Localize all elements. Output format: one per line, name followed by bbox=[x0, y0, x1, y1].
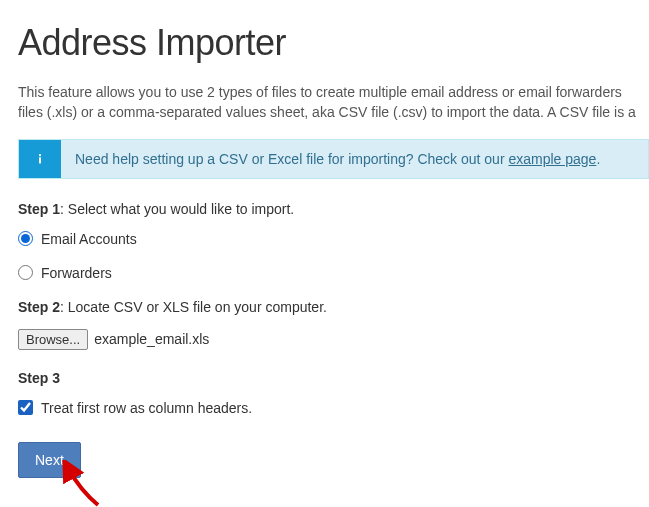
svg-rect-2 bbox=[39, 157, 41, 163]
radio-email-input[interactable] bbox=[18, 231, 33, 246]
selected-filename: example_email.xls bbox=[94, 331, 209, 347]
alert-text-before: Need help setting up a CSV or Excel file… bbox=[75, 151, 508, 167]
radio-email-accounts[interactable]: Email Accounts bbox=[18, 231, 649, 247]
step-3: Step 3 Treat first row as column headers… bbox=[18, 370, 649, 416]
svg-point-1 bbox=[39, 154, 41, 156]
radio-forwarders-input[interactable] bbox=[18, 265, 33, 280]
alert-text-after: . bbox=[596, 151, 600, 167]
step-1-rest: : Select what you would like to import. bbox=[60, 201, 294, 217]
radio-forwarders[interactable]: Forwarders bbox=[18, 265, 649, 281]
browse-button[interactable]: Browse... bbox=[18, 329, 88, 350]
step-3-label: Step 3 bbox=[18, 370, 649, 386]
info-icon bbox=[19, 140, 61, 178]
intro-line2: files (.xls) or a comma-separated values… bbox=[18, 104, 636, 120]
step-1: Step 1: Select what you would like to im… bbox=[18, 201, 649, 281]
intro-line1: This feature allows you to use 2 types o… bbox=[18, 84, 622, 100]
radio-forwarders-label: Forwarders bbox=[41, 265, 112, 281]
step-2-rest: : Locate CSV or XLS file on your compute… bbox=[60, 299, 327, 315]
radio-email-label: Email Accounts bbox=[41, 231, 137, 247]
next-button[interactable]: Next bbox=[18, 442, 81, 478]
step-1-bold: Step 1 bbox=[18, 201, 60, 217]
treat-first-row-input[interactable] bbox=[18, 400, 33, 415]
info-alert: Need help setting up a CSV or Excel file… bbox=[18, 139, 649, 179]
example-page-link[interactable]: example page bbox=[508, 151, 596, 167]
step-2-bold: Step 2 bbox=[18, 299, 60, 315]
treat-first-row-checkbox[interactable]: Treat first row as column headers. bbox=[18, 400, 649, 416]
info-alert-text: Need help setting up a CSV or Excel file… bbox=[61, 140, 614, 178]
page-title: Address Importer bbox=[18, 22, 649, 64]
step-1-label: Step 1: Select what you would like to im… bbox=[18, 201, 649, 217]
step-2-label: Step 2: Locate CSV or XLS file on your c… bbox=[18, 299, 649, 315]
treat-first-row-label: Treat first row as column headers. bbox=[41, 400, 252, 416]
step-2: Step 2: Locate CSV or XLS file on your c… bbox=[18, 299, 649, 350]
intro-text: This feature allows you to use 2 types o… bbox=[18, 82, 649, 123]
